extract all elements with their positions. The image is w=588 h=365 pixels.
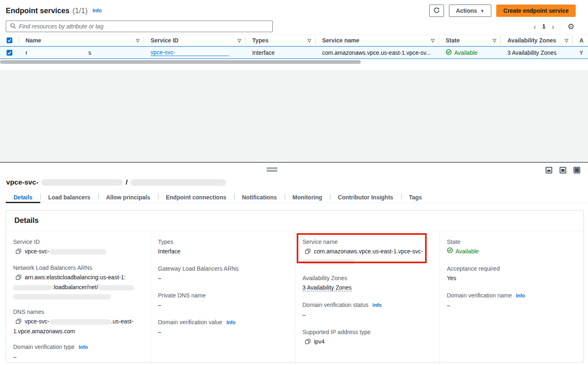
- field-service-name: Service name com.amazonaws.vpce.us-east-…: [302, 238, 432, 266]
- tab-load-balancers[interactable]: Load balancers: [40, 192, 98, 203]
- column-header-types[interactable]: Types▽: [246, 36, 316, 44]
- row-checkbox[interactable]: [7, 50, 12, 56]
- field-private-dns-name: Private DNS name –: [158, 291, 288, 309]
- split-panel-title: vpce-svc- /: [6, 178, 226, 187]
- tab-details[interactable]: Details: [6, 192, 40, 203]
- column-header-name[interactable]: Name▽: [19, 36, 144, 44]
- column-header-truncated[interactable]: A: [573, 36, 588, 44]
- split-panel: vpce-svc- / Details Load balancers Allow…: [0, 162, 588, 365]
- service-id-link[interactable]: vpce-svc-: [151, 49, 229, 56]
- divider: [561, 21, 562, 31]
- filter-icon[interactable]: ▽: [490, 38, 496, 43]
- header-checkbox-cell: [0, 36, 19, 44]
- filter-icon[interactable]: ▽: [429, 38, 435, 43]
- redaction: [13, 294, 111, 299]
- chevron-right-icon[interactable]: ›: [551, 23, 555, 30]
- copy-icon[interactable]: [16, 318, 21, 327]
- page-title: Endpoint services: [6, 7, 70, 15]
- panel-size-medium-icon[interactable]: [560, 167, 566, 173]
- info-link[interactable]: Info: [93, 8, 102, 14]
- refresh-icon: [433, 7, 440, 15]
- horizontal-scrollbar: [0, 60, 588, 64]
- table-row[interactable]: rs vpce-svc- Interface com.amazonaws.vpc…: [0, 46, 588, 59]
- search-input[interactable]: [19, 23, 269, 30]
- cell-availability-zones: 3 Availability Zones: [501, 49, 573, 56]
- info-link[interactable]: Info: [516, 292, 525, 300]
- page-counter: (1/1): [72, 7, 88, 15]
- settings-gear-icon[interactable]: ⚙: [567, 23, 574, 30]
- field-domain-verification-value: Domain verification valueInfo –: [158, 318, 288, 337]
- field-gwlb-arns: Gateway Load Balancers ARNs –: [158, 264, 288, 283]
- redaction: [302, 259, 355, 264]
- details-card-heading: Details: [6, 211, 583, 231]
- field-domain-verification-type: Domain verification typeInfo –: [13, 343, 143, 361]
- copy-icon[interactable]: [305, 248, 311, 257]
- tab-allow-principals[interactable]: Allow principals: [98, 192, 158, 203]
- cell-state: Available: [439, 49, 501, 56]
- field-dns-names: DNS names vpce-svc-.us-east-1.vpce.amazo…: [13, 308, 143, 336]
- endpoint-services-panel: Endpoint services (1/1) Info Actions ▼ C…: [0, 0, 588, 70]
- details-column-2: Types Interface Gateway Load Balancers A…: [151, 232, 295, 365]
- column-header-service-id[interactable]: Service ID▽: [144, 36, 246, 44]
- tab-endpoint-connections[interactable]: Endpoint connections: [158, 192, 234, 203]
- row-checkbox-cell: [0, 50, 19, 56]
- filter-icon[interactable]: ▽: [305, 38, 311, 43]
- scrollbar-thumb[interactable]: [0, 60, 361, 64]
- table-header-row: Name▽ Service ID▽ Types▽ Service name▽ S…: [0, 35, 588, 46]
- cell-types: Interface: [246, 49, 316, 56]
- copy-icon[interactable]: [16, 274, 21, 283]
- create-endpoint-service-button[interactable]: Create endpoint service: [496, 5, 576, 17]
- redaction: [28, 50, 88, 56]
- column-header-service-name[interactable]: Service name▽: [316, 36, 439, 44]
- details-card: Details Service ID vpce-svc- Network Loa…: [6, 210, 584, 363]
- filter-icon[interactable]: ▽: [235, 38, 241, 43]
- panel-size-small-icon[interactable]: [546, 167, 552, 173]
- redaction: [175, 50, 229, 55]
- caret-down-icon: ▼: [480, 9, 484, 13]
- panel-size-large-icon[interactable]: [574, 167, 580, 173]
- column-header-availability-zones[interactable]: Availability Zones▽: [501, 36, 573, 44]
- actions-button[interactable]: Actions ▼: [449, 5, 491, 17]
- filter-icon[interactable]: ▽: [562, 38, 568, 43]
- search-icon: [10, 23, 16, 30]
- field-supported-ip-type: Supported IP address type ipv4: [302, 328, 432, 347]
- details-card-body: Service ID vpce-svc- Network Load Balanc…: [6, 232, 583, 362]
- search-box: [6, 21, 273, 32]
- tab-notifications[interactable]: Notifications: [234, 192, 285, 203]
- copy-icon[interactable]: [16, 248, 21, 257]
- details-column-3: Service name com.amazonaws.vpce.us-east-…: [295, 232, 439, 365]
- field-domain-verification-status: Domain verification statusInfo –: [302, 301, 432, 319]
- info-link[interactable]: Info: [226, 318, 235, 327]
- cell-service-id: vpce-svc-: [144, 49, 246, 56]
- table-toolbar: ‹ 1 › ⚙: [0, 17, 588, 32]
- field-domain-verification-name: Domain verification nameInfo –: [447, 291, 576, 310]
- column-header-state[interactable]: State▽: [439, 36, 501, 44]
- split-panel-controls: [546, 167, 580, 173]
- cell-truncated: Y: [573, 49, 588, 56]
- refresh-button[interactable]: [429, 5, 444, 17]
- field-nlb-arns: Network Load Balancers ARNs arn:aws:elas…: [13, 264, 143, 301]
- filter-icon[interactable]: ▽: [134, 38, 139, 43]
- availability-zones-popover-link[interactable]: 3 Availability Zones: [302, 284, 352, 291]
- info-link[interactable]: Info: [372, 301, 381, 309]
- redaction: [49, 319, 111, 325]
- header-actions: Actions ▼ Create endpoint service: [429, 5, 576, 17]
- select-all-checkbox[interactable]: [7, 37, 12, 43]
- redaction: [49, 249, 106, 255]
- field-availability-zones: Availability Zones 3 Availability Zones: [302, 274, 432, 292]
- copy-icon[interactable]: [305, 338, 311, 347]
- split-panel-drag-handle[interactable]: [267, 168, 277, 172]
- pagination: ‹ 1 › ⚙: [532, 21, 575, 31]
- tab-contributor-insights[interactable]: Contributor Insights: [330, 192, 401, 203]
- page-header: Endpoint services (1/1) Info Actions ▼ C…: [0, 0, 588, 17]
- field-state: State Available: [447, 238, 576, 256]
- page-number[interactable]: 1: [541, 23, 547, 30]
- actions-label: Actions: [456, 7, 477, 14]
- field-types: Types Interface: [158, 238, 288, 256]
- tab-tags[interactable]: Tags: [401, 192, 430, 203]
- availability-zones-popover-link[interactable]: 3 Availability Zones: [507, 49, 557, 56]
- chevron-left-icon[interactable]: ‹: [532, 23, 537, 30]
- tab-monitoring[interactable]: Monitoring: [285, 192, 330, 203]
- endpoint-services-table: Name▽ Service ID▽ Types▽ Service name▽ S…: [0, 35, 588, 64]
- info-link[interactable]: Info: [79, 343, 88, 351]
